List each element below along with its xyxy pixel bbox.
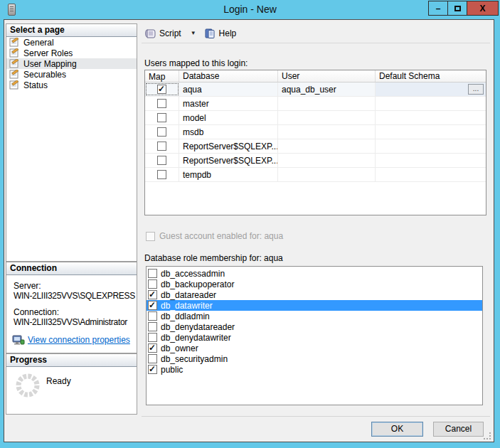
role-label: db_accessadmin (157, 269, 225, 279)
resize-grip[interactable] (484, 432, 491, 439)
select-page-panel: Select a page General Server Roles User … (6, 23, 137, 262)
role-row[interactable]: db_datawriter (147, 300, 482, 311)
progress-header: Progress (6, 354, 137, 367)
role-checkbox[interactable] (148, 343, 157, 353)
default-schema-cell[interactable] (376, 111, 486, 124)
column-header-default-schema[interactable]: Default Schema (376, 70, 486, 82)
page-icon (9, 80, 21, 90)
role-label: db_backupoperator (157, 279, 234, 289)
sidebar-item-user-mapping[interactable]: User Mapping (6, 58, 137, 69)
browse-schema-button[interactable]: ... (468, 84, 484, 95)
role-label: db_denydatawriter (157, 333, 231, 343)
map-checkbox[interactable] (157, 170, 166, 179)
ok-button[interactable]: OK (371, 422, 423, 437)
role-row[interactable]: db_denydatawriter (147, 332, 482, 343)
user-cell[interactable] (278, 97, 376, 110)
close-button[interactable]: X (467, 1, 499, 16)
database-cell[interactable]: master (179, 97, 278, 110)
role-checkbox[interactable] (148, 301, 157, 310)
database-cell[interactable]: tempdb (179, 168, 278, 181)
default-schema-cell[interactable] (376, 168, 486, 181)
minimize-button[interactable]: – (428, 1, 448, 16)
script-dropdown-arrow[interactable]: ▼ (184, 30, 201, 36)
page-icon (9, 59, 21, 68)
connection-header: Connection (6, 262, 137, 275)
database-cell[interactable]: ReportServer$SQLEXP... (179, 154, 278, 167)
default-schema-cell[interactable] (376, 97, 486, 110)
user-cell[interactable] (278, 111, 376, 124)
role-row[interactable]: db_datareader (147, 289, 482, 300)
table-row[interactable]: model (145, 111, 486, 125)
map-checkbox[interactable] (157, 156, 166, 165)
column-header-database[interactable]: Database (179, 70, 278, 82)
script-button[interactable]: Script (142, 25, 184, 42)
table-row[interactable]: ReportServer$SQLEXP... (145, 154, 486, 168)
default-schema-cell[interactable]: ... (376, 82, 486, 96)
map-checkbox[interactable] (157, 99, 166, 108)
map-checkbox[interactable] (157, 142, 166, 151)
role-row[interactable]: db_accessadmin (147, 268, 482, 279)
table-row[interactable]: tempdb (145, 168, 486, 182)
map-checkbox[interactable] (157, 113, 166, 122)
table-header-row: Map Database User Default Schema (145, 70, 486, 82)
sidebar-item-general[interactable]: General (6, 37, 137, 48)
column-header-user[interactable]: User (278, 70, 376, 82)
table-row[interactable]: msdb (145, 125, 486, 139)
role-row[interactable]: db_backupoperator (147, 279, 482, 289)
progress-status: Ready (46, 376, 71, 386)
progress-spinner-icon (15, 373, 41, 398)
database-cell[interactable]: aqua (179, 82, 278, 96)
role-label: db_denydatareader (157, 322, 235, 332)
sidebar-item-status[interactable]: Status (6, 80, 137, 90)
table-row[interactable]: master (145, 97, 486, 111)
column-header-map[interactable]: Map (145, 70, 179, 82)
map-checkbox[interactable] (157, 85, 166, 94)
user-cell[interactable]: aqua_db_user (278, 82, 376, 96)
view-connection-properties-link[interactable]: View connection properties (28, 335, 130, 345)
sidebar-item-server-roles[interactable]: Server Roles (6, 48, 137, 58)
default-schema-cell[interactable] (376, 125, 486, 139)
map-checkbox[interactable] (157, 127, 166, 137)
role-row[interactable]: db_denydatareader (147, 321, 482, 332)
role-membership-list: db_accessadmin db_backupoperator db_data… (146, 266, 483, 405)
role-checkbox[interactable] (148, 279, 157, 289)
role-row[interactable]: db_securityadmin (147, 353, 482, 364)
role-checkbox[interactable] (148, 354, 157, 363)
maximize-button[interactable] (447, 1, 467, 16)
dialog-toolbar: Script ▼ Help (142, 23, 490, 43)
maximize-icon (454, 6, 461, 11)
guest-account-row: Guest account enabled for: aqua (146, 231, 283, 241)
server-label: Server: (14, 281, 137, 291)
default-schema-cell[interactable] (376, 154, 486, 167)
sidebar-item-label: Status (21, 80, 48, 90)
help-button[interactable]: Help (201, 25, 240, 42)
cancel-button[interactable]: Cancel (433, 422, 484, 437)
role-label: public (157, 365, 183, 375)
progress-panel: Progress Ready (6, 353, 137, 415)
role-checkbox[interactable] (148, 333, 157, 342)
role-checkbox[interactable] (148, 322, 157, 331)
default-schema-cell[interactable] (376, 139, 486, 153)
table-row[interactable]: ReportServer$SQLEXP... (145, 139, 486, 154)
script-icon (144, 28, 156, 39)
database-cell[interactable]: msdb (179, 125, 278, 139)
user-cell[interactable] (278, 154, 376, 167)
user-cell[interactable] (278, 139, 376, 153)
table-row[interactable]: aqua aqua_db_user ... (145, 82, 486, 97)
dialog-body: Select a page General Server Roles User … (4, 19, 494, 442)
role-checkbox[interactable] (148, 311, 157, 321)
connection-label: Connection: (14, 307, 137, 317)
role-checkbox[interactable] (148, 269, 157, 278)
role-row[interactable]: public (147, 364, 482, 375)
user-cell[interactable] (278, 125, 376, 139)
role-row[interactable]: db_owner (147, 343, 482, 353)
sidebar-item-label: Securables (21, 70, 66, 80)
database-cell[interactable]: ReportServer$SQLEXP... (179, 139, 278, 153)
title-bar[interactable]: Login - New – X (0, 0, 500, 19)
role-checkbox[interactable] (148, 290, 157, 299)
sidebar-item-securables[interactable]: Securables (6, 69, 137, 80)
user-cell[interactable] (278, 168, 376, 181)
role-checkbox[interactable] (148, 365, 157, 374)
database-cell[interactable]: model (179, 111, 278, 124)
role-row[interactable]: db_ddladmin (147, 311, 482, 321)
